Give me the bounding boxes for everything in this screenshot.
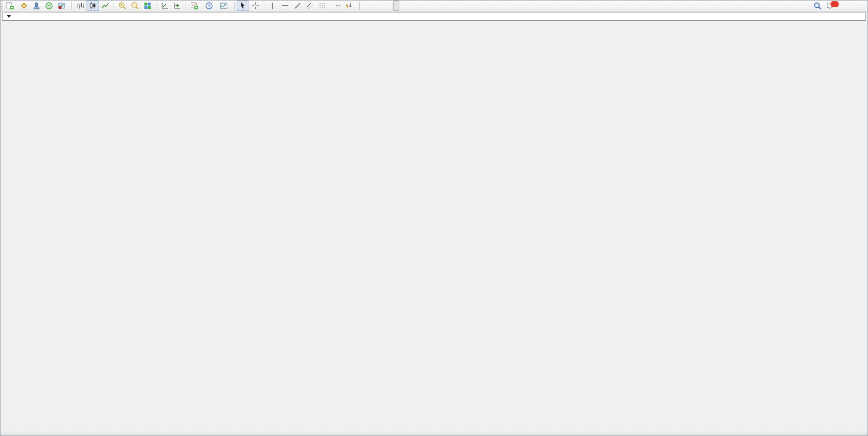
toolbar-separator (359, 2, 360, 10)
crosshair-button[interactable] (249, 1, 262, 11)
templates-icon (219, 2, 228, 10)
bar-chart-icon (76, 2, 84, 10)
market-watch-button[interactable] (18, 1, 30, 11)
toolbar-separator (114, 2, 114, 10)
candlestick-chart-icon (89, 2, 97, 10)
templates-button[interactable] (217, 1, 232, 11)
chart-menu-arrow-icon[interactable] (7, 15, 11, 18)
status-bar (0, 430, 868, 436)
indicator-window-icon (161, 2, 169, 10)
timeframe-h1-button[interactable] (387, 1, 393, 11)
toolbar-separator (156, 2, 156, 10)
zoom-in-button[interactable] (116, 1, 129, 11)
cursor-button[interactable] (237, 1, 249, 11)
new-order-icon (6, 2, 14, 10)
timeframe-w1-button[interactable] (406, 1, 412, 11)
zoom-out-icon (131, 2, 139, 10)
equidistant-channel-button[interactable] (304, 1, 317, 11)
indicator-window-crosshair-icon (173, 2, 181, 10)
candlestick-chart-button[interactable] (87, 1, 99, 11)
toolbar-separator (234, 2, 235, 10)
timeframe-m5-button[interactable] (368, 1, 374, 11)
new-order-button[interactable] (4, 1, 18, 11)
text-tool-button[interactable] (330, 1, 334, 11)
arrows-icon (345, 2, 353, 10)
text-label-button[interactable] (334, 1, 343, 11)
market-watch-icon (20, 2, 28, 10)
notification-badge (830, 1, 839, 8)
periods-button[interactable] (203, 1, 217, 11)
fibonacci-button[interactable] (317, 1, 330, 11)
crosshair-icon (251, 2, 260, 10)
signals-button[interactable] (43, 1, 55, 11)
data-window-button[interactable] (30, 1, 43, 11)
timeframe-d1-button[interactable] (399, 1, 406, 11)
price-chart[interactable] (0, 0, 868, 436)
line-chart-button[interactable] (99, 1, 112, 11)
add-indicator-button[interactable] (188, 1, 203, 11)
search-icon (813, 2, 822, 10)
vertical-line-icon (268, 2, 277, 10)
zoom-out-button[interactable] (129, 1, 141, 11)
timeframe-m1-button[interactable] (362, 1, 368, 11)
horizontal-line-icon (281, 2, 289, 10)
search-button[interactable] (811, 1, 824, 11)
trendline-button[interactable] (291, 1, 304, 11)
toolbar-separator (264, 2, 264, 10)
add-indicator-icon (190, 2, 199, 10)
signals-icon (45, 2, 53, 10)
auto-trading-button[interactable] (55, 1, 69, 11)
auto-trading-icon (57, 2, 66, 10)
tile-windows-button[interactable] (141, 1, 154, 11)
toolbar-grip[interactable] (1, 2, 3, 10)
bar-chart-button[interactable] (74, 1, 87, 11)
timeframe-m30-button[interactable] (381, 1, 387, 11)
timeframe-h4-button[interactable] (393, 1, 399, 11)
timeframe-m15-button[interactable] (374, 1, 381, 11)
main-toolbar (0, 0, 868, 12)
fibonacci-icon (319, 2, 326, 10)
toolbar-separator (71, 2, 72, 10)
toolbar-separator (186, 2, 186, 10)
indicator-window-crosshair-button[interactable] (171, 1, 184, 11)
text-label-icon (336, 5, 340, 6)
tile-windows-icon (143, 2, 152, 10)
indicator-window-button[interactable] (158, 1, 171, 11)
zoom-in-icon (118, 2, 127, 10)
timeframe-mn-button[interactable] (412, 1, 418, 11)
line-chart-icon (101, 2, 109, 10)
equidistant-channel-icon (306, 2, 313, 10)
clock-icon (205, 2, 213, 10)
trendline-icon (294, 2, 302, 10)
chart-header (2, 12, 866, 21)
notifications-button[interactable] (824, 1, 838, 11)
horizontal-line-button[interactable] (279, 1, 291, 11)
cursor-icon (239, 2, 247, 10)
arrows-button[interactable] (343, 1, 357, 11)
data-window-icon (32, 2, 41, 10)
vertical-line-button[interactable] (266, 1, 279, 11)
